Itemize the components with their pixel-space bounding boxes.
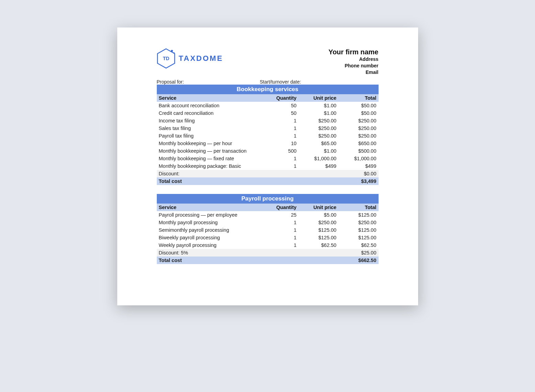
- meta-row: Proposal for: Start/turnover date:: [157, 79, 379, 85]
- header: TD TAXDOME Your firm name Address Phone …: [157, 48, 379, 76]
- table-row: Income tax filing1$250.00$250.00: [157, 117, 379, 124]
- column-header-quantity: Quantity: [259, 204, 298, 211]
- column-header-service: Service: [157, 94, 259, 102]
- column-header-quantity: Quantity: [259, 94, 298, 102]
- cell-service: Monthly bookkeeping — fixed rate: [157, 155, 259, 162]
- table-header-row: ServiceQuantityUnit priceTotal: [157, 94, 379, 102]
- cell-unit_price: $125.00: [298, 226, 338, 234]
- total-row: Total cost$662.50: [157, 257, 379, 264]
- cell-quantity: 1: [259, 132, 298, 140]
- cell-quantity: 1: [259, 124, 298, 132]
- cell-total: $50.00: [338, 102, 378, 109]
- firm-info: Your firm name Address Phone number Emai…: [328, 48, 378, 76]
- cell-service: Monthly payroll processing: [157, 219, 259, 226]
- cell-total: $125.00: [338, 211, 378, 219]
- cell-service: Payroll processing — per employee: [157, 211, 259, 219]
- cell-quantity: 1: [259, 155, 298, 162]
- total-amount: $662.50: [338, 257, 378, 264]
- discount-label: Discount:: [157, 170, 339, 177]
- total-row: Total cost$3,499: [157, 177, 379, 185]
- cell-unit_price: $1.00: [298, 147, 338, 155]
- total-amount: $3,499: [338, 177, 378, 185]
- table-row: Monthly bookkeeping — per transaction500…: [157, 147, 379, 155]
- cell-quantity: 1: [259, 241, 298, 249]
- cell-total: $1,000.00: [338, 155, 378, 162]
- cell-unit_price: $1.00: [298, 109, 338, 117]
- section-title: Bookkeeping services: [157, 85, 379, 94]
- cell-service: Sales tax filing: [157, 124, 259, 132]
- cell-service: Semimonthly payroll processing: [157, 226, 259, 234]
- svg-point-1: [171, 50, 173, 52]
- logo-brand-text: TAXDOME: [179, 54, 223, 63]
- cell-quantity: 50: [259, 109, 298, 117]
- cell-total: $250.00: [338, 124, 378, 132]
- table-row: Payroll tax filing1$250.00$250.00: [157, 132, 379, 140]
- table-row: Monthly payroll processing1$250.00$250.0…: [157, 219, 379, 226]
- cell-unit_price: $65.00: [298, 140, 338, 147]
- svg-point-2: [173, 52, 175, 54]
- cell-service: Monthly bookkeeping — per transaction: [157, 147, 259, 155]
- cell-unit_price: $1.00: [298, 102, 338, 109]
- total-label: Total cost: [157, 257, 339, 264]
- discount-amount: $25.00: [338, 249, 378, 257]
- sections-container: Bookkeeping servicesServiceQuantityUnit …: [157, 85, 379, 264]
- service-table: ServiceQuantityUnit priceTotalBank accou…: [157, 94, 379, 185]
- table-row: Biweekly payroll processing1$125.00$125.…: [157, 234, 379, 241]
- discount-amount: $0.00: [338, 170, 378, 177]
- table-row: Monthly bookkeeping package: Basic1$499$…: [157, 162, 379, 170]
- cell-service: Credit card reconciliation: [157, 109, 259, 117]
- cell-quantity: 50: [259, 102, 298, 109]
- cell-quantity: 10: [259, 140, 298, 147]
- cell-service: Monthly bookkeeping package: Basic: [157, 162, 259, 170]
- cell-total: $125.00: [338, 234, 378, 241]
- cell-unit_price: $250.00: [298, 124, 338, 132]
- cell-service: Payroll tax filing: [157, 132, 259, 140]
- cell-unit_price: $62.50: [298, 241, 338, 249]
- firm-address: Address: [328, 56, 378, 63]
- cell-quantity: 1: [259, 162, 298, 170]
- cell-quantity: 1: [259, 117, 298, 124]
- cell-total: $50.00: [338, 109, 378, 117]
- cell-quantity: 500: [259, 147, 298, 155]
- cell-unit_price: $125.00: [298, 234, 338, 241]
- cell-quantity: 1: [259, 219, 298, 226]
- column-header-unit_price: Unit price: [298, 204, 338, 211]
- start-date-label: Start/turnover date:: [260, 79, 301, 85]
- cell-total: $650.00: [338, 140, 378, 147]
- cell-unit_price: $250.00: [298, 132, 338, 140]
- cell-unit_price: $499: [298, 162, 338, 170]
- service-table: ServiceQuantityUnit priceTotalPayroll pr…: [157, 204, 379, 264]
- table-row: Monthly bookkeeping — fixed rate1$1,000.…: [157, 155, 379, 162]
- section-title: Payroll processing: [157, 194, 379, 204]
- cell-quantity: 1: [259, 226, 298, 234]
- cell-unit_price: $5.00: [298, 211, 338, 219]
- discount-label: Discount: 5%: [157, 249, 339, 257]
- firm-name: Your firm name: [328, 48, 378, 56]
- cell-total: $250.00: [338, 132, 378, 140]
- cell-service: Weekly payroll processing: [157, 241, 259, 249]
- cell-total: $250.00: [338, 117, 378, 124]
- cell-service: Monthly bookkeeping — per hour: [157, 140, 259, 147]
- proposal-page: TD TAXDOME Your firm name Address Phone …: [117, 28, 418, 305]
- table-row: Weekly payroll processing1$62.50$62.50: [157, 241, 379, 249]
- cell-unit_price: $250.00: [298, 219, 338, 226]
- cell-quantity: 1: [259, 234, 298, 241]
- cell-service: Bank account reconciliation: [157, 102, 259, 109]
- cell-quantity: 25: [259, 211, 298, 219]
- cell-service: Income tax filing: [157, 117, 259, 124]
- table-row: Payroll processing — per employee25$5.00…: [157, 211, 379, 219]
- proposal-for-label: Proposal for:: [157, 79, 260, 85]
- table-header-row: ServiceQuantityUnit priceTotal: [157, 204, 379, 211]
- hexagon-logo-icon: TD: [157, 48, 175, 69]
- discount-row: Discount:$0.00: [157, 170, 379, 177]
- cell-service: Biweekly payroll processing: [157, 234, 259, 241]
- cell-total: $499: [338, 162, 378, 170]
- cell-unit_price: $250.00: [298, 117, 338, 124]
- discount-row: Discount: 5%$25.00: [157, 249, 379, 257]
- table-row: Credit card reconciliation50$1.00$50.00: [157, 109, 379, 117]
- table-row: Monthly bookkeeping — per hour10$65.00$6…: [157, 140, 379, 147]
- cell-total: $125.00: [338, 226, 378, 234]
- logo-badge-text: TD: [163, 56, 169, 61]
- cell-unit_price: $1,000.00: [298, 155, 338, 162]
- firm-phone: Phone number: [328, 63, 378, 69]
